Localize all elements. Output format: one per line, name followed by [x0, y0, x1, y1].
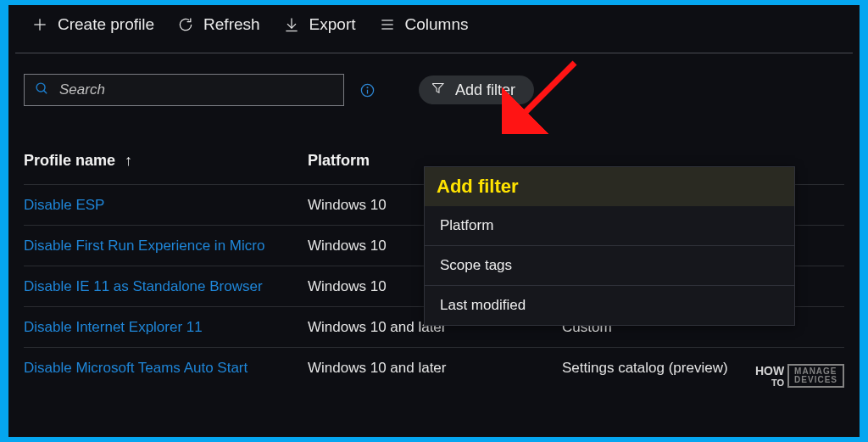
watermark-devices: DEVICES — [794, 376, 837, 384]
search-box[interactable] — [24, 74, 344, 106]
watermark-to: TO — [755, 378, 784, 388]
app-panel: Create profile Refresh Export Columns — [8, 5, 860, 437]
toolbar: Create profile Refresh Export Columns — [15, 5, 853, 53]
sort-ascending-icon: ↑ — [125, 152, 132, 170]
svg-point-14 — [367, 87, 368, 87]
download-icon — [282, 15, 301, 34]
watermark: HOW TO MANAGE DEVICES — [755, 364, 844, 388]
filter-option-last-modified[interactable]: Last modified — [425, 286, 794, 325]
create-profile-button[interactable]: Create profile — [31, 15, 154, 34]
profile-link[interactable]: Disable IE 11 as Standalone Browser — [24, 278, 299, 295]
col-platform-label: Platform — [308, 152, 370, 169]
svg-line-11 — [44, 90, 47, 93]
refresh-icon — [176, 15, 195, 34]
info-icon[interactable] — [358, 81, 376, 99]
svg-point-10 — [36, 83, 45, 92]
create-profile-label: Create profile — [58, 15, 154, 34]
profile-link[interactable]: Disable Microsoft Teams Auto Start — [24, 360, 299, 377]
refresh-button[interactable]: Refresh — [176, 15, 260, 34]
filter-option-platform[interactable]: Platform — [425, 206, 794, 246]
table-row: Disable Microsoft Teams Auto Start Windo… — [24, 347, 844, 388]
col-profile-name[interactable]: Profile name ↑ — [24, 152, 308, 170]
profile-link[interactable]: Disable ESP — [24, 197, 299, 214]
profile-link[interactable]: Disable First Run Experience in Micro — [24, 238, 299, 255]
export-label: Export — [309, 15, 356, 34]
export-button[interactable]: Export — [282, 15, 356, 34]
columns-icon — [378, 15, 397, 34]
add-filter-dropdown: Add filter Platform Scope tags Last modi… — [424, 166, 795, 326]
columns-label: Columns — [405, 15, 469, 34]
dropdown-title: Add filter — [425, 167, 794, 206]
platform-cell: Windows 10 and later — [308, 360, 562, 377]
watermark-how: HOW — [755, 365, 784, 377]
add-filter-label: Add filter — [455, 81, 515, 99]
search-icon — [35, 81, 49, 99]
col-profile-name-label: Profile name — [24, 152, 115, 169]
search-input[interactable] — [59, 81, 333, 98]
profile-link[interactable]: Disable Internet Explorer 11 — [24, 319, 299, 336]
plus-icon — [31, 15, 49, 34]
filter-option-scope-tags[interactable]: Scope tags — [425, 246, 794, 286]
search-row: Add filter — [8, 53, 860, 113]
refresh-label: Refresh — [203, 15, 260, 34]
add-filter-button[interactable]: Add filter — [419, 76, 534, 104]
columns-button[interactable]: Columns — [378, 15, 469, 34]
filter-icon — [431, 81, 445, 99]
